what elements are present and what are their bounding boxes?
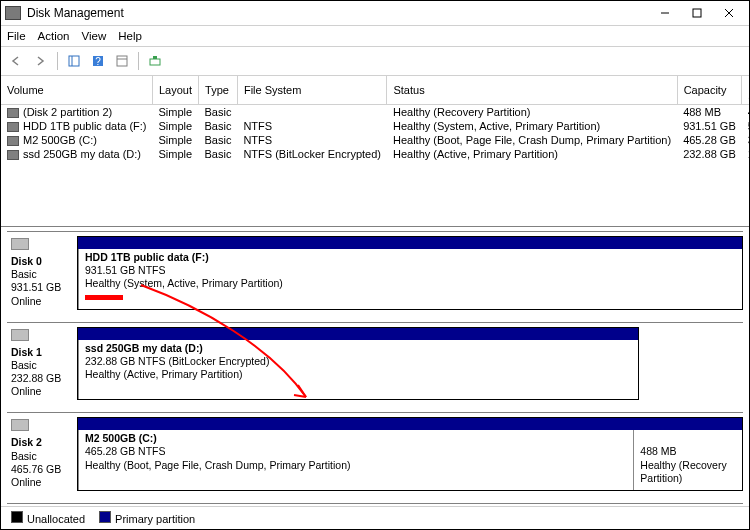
back-button[interactable]	[7, 51, 27, 71]
disk-graphic: M2 500GB (C:) 465.28 GB NTFS Healthy (Bo…	[77, 417, 743, 491]
disk-label[interactable]: Disk 0 Basic 931.51 GB Online	[7, 236, 77, 310]
volume-icon	[7, 136, 19, 146]
partition-status: Healthy (Active, Primary Partition)	[85, 368, 243, 380]
menu-view[interactable]: View	[82, 30, 107, 42]
table-row[interactable]: ssd 250GB my data (D:)SimpleBasicNTFS (B…	[1, 147, 749, 161]
cell-fs: NTFS	[237, 133, 387, 147]
cell-fs: NTFS	[237, 119, 387, 133]
cell-status: Healthy (Recovery Partition)	[387, 105, 677, 120]
svg-rect-8	[117, 56, 127, 66]
table-header-row[interactable]: Volume Layout Type File System Status Ca…	[1, 76, 749, 105]
cell-capacity: 488 MB	[677, 105, 742, 120]
partition-status: Healthy (System, Active, Primary Partiti…	[85, 277, 283, 289]
cell-status: Healthy (Boot, Page File, Crash Dump, Pr…	[387, 133, 677, 147]
table-row[interactable]: (Disk 2 partition 2)SimpleBasicHealthy (…	[1, 105, 749, 120]
disk-state: Online	[11, 385, 41, 397]
cell-layout: Simple	[152, 119, 198, 133]
col-volume[interactable]: Volume	[1, 76, 152, 105]
disk-type: Basic	[11, 268, 37, 280]
partition-stripe	[78, 418, 742, 430]
close-button[interactable]	[713, 3, 745, 23]
col-type[interactable]: Type	[199, 76, 238, 105]
volume-icon	[7, 150, 19, 160]
properties-icon[interactable]	[112, 51, 132, 71]
refresh-icon[interactable]	[145, 51, 165, 71]
menubar: File Action View Help	[1, 26, 749, 46]
menu-help[interactable]: Help	[118, 30, 142, 42]
partition-stripe	[78, 328, 638, 340]
menu-file[interactable]: File	[7, 30, 26, 42]
partition-name: M2 500GB (C:)	[85, 432, 157, 444]
show-hide-console-tree-icon[interactable]	[64, 51, 84, 71]
toolbar-separator	[57, 52, 58, 70]
disk-icon	[11, 329, 29, 341]
cell-type: Basic	[199, 105, 238, 120]
cell-capacity: 232.88 GB	[677, 147, 742, 161]
partition[interactable]: HDD 1TB public data (F:) 931.51 GB NTFS …	[78, 249, 742, 309]
svg-rect-4	[69, 56, 79, 66]
app-icon	[5, 6, 21, 20]
cell-type: Basic	[199, 147, 238, 161]
cell-capacity: 465.28 GB	[677, 133, 742, 147]
svg-rect-10	[150, 59, 160, 65]
partition-name: ssd 250GB my data (D:)	[85, 342, 203, 354]
partition-status: Healthy (Boot, Page File, Crash Dump, Pr…	[85, 459, 351, 471]
partition-name: HDD 1TB public data (F:)	[85, 251, 209, 263]
disk-management-window: Disk Management File Action View Help ?	[0, 0, 750, 530]
menu-action[interactable]: Action	[38, 30, 70, 42]
partition-sub: 488 MB	[640, 445, 676, 457]
graphical-view-pane[interactable]: Disk 0 Basic 931.51 GB Online HDD 1TB pu…	[1, 227, 749, 506]
help-icon[interactable]: ?	[88, 51, 108, 71]
disk-label[interactable]: Disk 1 Basic 232.88 GB Online	[7, 327, 77, 401]
disk-graphic: ssd 250GB my data (D:) 232.88 GB NTFS (B…	[77, 327, 639, 401]
cell-type: Basic	[199, 133, 238, 147]
disk-title: Disk 2	[11, 436, 42, 448]
annotation-highlight	[85, 295, 123, 300]
volume-list-pane[interactable]: Volume Layout Type File System Status Ca…	[1, 76, 749, 227]
disk-icon	[11, 419, 29, 431]
disk-type: Basic	[11, 450, 37, 462]
col-layout[interactable]: Layout	[152, 76, 198, 105]
cell-layout: Simple	[152, 105, 198, 120]
disk-row: Disk 2 Basic 465.76 GB Online M2 500GB (…	[7, 417, 743, 491]
cell-status: Healthy (System, Active, Primary Partiti…	[387, 119, 677, 133]
cell-volume: HDD 1TB public data (F:)	[1, 119, 152, 133]
legend-swatch-primary-icon	[99, 511, 111, 523]
content: Volume Layout Type File System Status Ca…	[1, 76, 749, 506]
cell-volume: ssd 250GB my data (D:)	[1, 147, 152, 161]
disk-graphic: HDD 1TB public data (F:) 931.51 GB NTFS …	[77, 236, 743, 310]
maximize-button[interactable]	[681, 3, 713, 23]
partition-sub: 232.88 GB NTFS (BitLocker Encrypted)	[85, 355, 269, 367]
svg-rect-11	[153, 56, 157, 59]
disk-state: Online	[11, 476, 41, 488]
cell-capacity: 931.51 GB	[677, 119, 742, 133]
partition[interactable]: 488 MB Healthy (Recovery Partition)	[633, 430, 742, 490]
partition-stripe	[78, 237, 742, 249]
cell-free: 356.51 GB	[742, 133, 749, 147]
disk-row: Disk 0 Basic 931.51 GB Online HDD 1TB pu…	[7, 236, 743, 310]
partition[interactable]: M2 500GB (C:) 465.28 GB NTFS Healthy (Bo…	[78, 430, 633, 490]
disk-size: 232.88 GB	[11, 372, 61, 384]
col-status[interactable]: Status	[387, 76, 677, 105]
disk-size: 931.51 GB	[11, 281, 61, 293]
col-freespace[interactable]: Free Spa...	[742, 76, 749, 105]
forward-button[interactable]	[31, 51, 51, 71]
volume-icon	[7, 122, 19, 132]
partition-sub: 931.51 GB NTFS	[85, 264, 166, 276]
minimize-button[interactable]	[649, 3, 681, 23]
cell-volume: (Disk 2 partition 2)	[1, 105, 152, 120]
legend: Unallocated Primary partition	[1, 506, 749, 529]
col-capacity[interactable]: Capacity	[677, 76, 742, 105]
volume-icon	[7, 108, 19, 118]
disk-label[interactable]: Disk 2 Basic 465.76 GB Online	[7, 417, 77, 491]
table-row[interactable]: HDD 1TB public data (F:)SimpleBasicNTFSH…	[1, 119, 749, 133]
cell-fs	[237, 105, 387, 120]
cell-volume: M2 500GB (C:)	[1, 133, 152, 147]
titlebar[interactable]: Disk Management	[1, 1, 749, 26]
partition-sub: 465.28 GB NTFS	[85, 445, 166, 457]
table-row[interactable]: M2 500GB (C:)SimpleBasicNTFSHealthy (Boo…	[1, 133, 749, 147]
partition[interactable]: ssd 250GB my data (D:) 232.88 GB NTFS (B…	[78, 340, 638, 400]
col-filesystem[interactable]: File System	[237, 76, 387, 105]
partition-status: Healthy (Recovery Partition)	[640, 459, 726, 484]
svg-text:?: ?	[95, 56, 101, 67]
